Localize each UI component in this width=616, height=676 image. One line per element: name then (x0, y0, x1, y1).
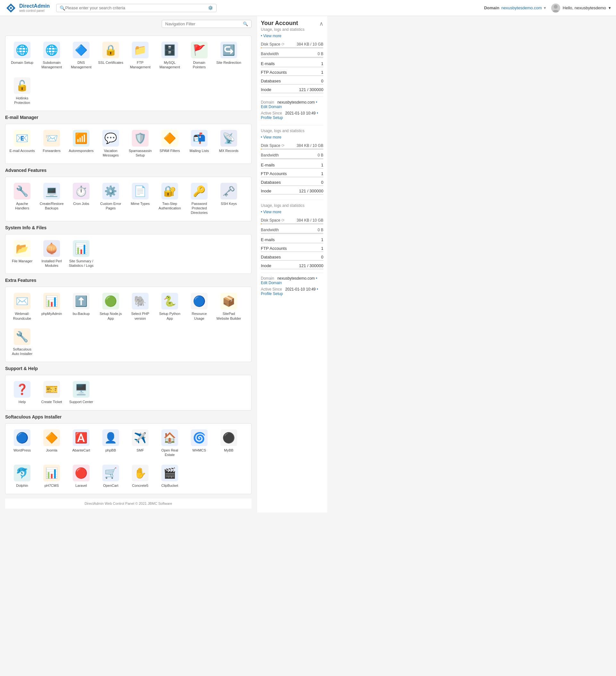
bandwidth-label-3: Bandwidth (261, 228, 279, 232)
icon-item-spamassassin-setup[interactable]: 🛡️ Spamassassin Setup (126, 127, 154, 161)
icon-item-softaculous-auto-installer[interactable]: 🔧 Softaculous Auto Installer (8, 325, 36, 359)
user-dropdown-icon[interactable]: ▾ (609, 5, 611, 10)
icon-item-dolphin[interactable]: 🐬 Dolphin (8, 461, 36, 491)
icon-item-help[interactable]: ❓ Help (8, 378, 36, 407)
icon-box: 🚩 (191, 42, 208, 58)
icon-item-create-ticket[interactable]: 🎫 Create Ticket (38, 378, 66, 407)
icon-label: WordPress (13, 448, 31, 452)
icon-item-custom-error-pages[interactable]: ⚙️ Custom Error Pages (97, 180, 125, 218)
icon-emoji: ↪️ (222, 44, 235, 56)
icon-item-hotlinks-protection[interactable]: 🔓 Hotlinks Protection (8, 74, 36, 108)
icon-item-ssl-certificates[interactable]: 🔒 SSL Certificates (97, 39, 125, 73)
icon-label: Softaculous Auto Installer (9, 347, 35, 356)
header: DirectAdmin web control panel 🔍 ⚙️ Domai… (0, 0, 616, 16)
bandwidth-value-2: 0 B (318, 153, 323, 158)
icon-item-ftp-management[interactable]: 📁 FTP Management (126, 39, 154, 73)
icon-item-createrestore-backups[interactable]: 💻 Create/Restore Backups (38, 180, 66, 218)
icon-item-cron-jobs[interactable]: ⏱️ Cron Jobs (67, 180, 95, 218)
databases-label-3: Databases (261, 255, 281, 260)
svg-point-3 (554, 5, 558, 9)
icon-item-whmcs[interactable]: 🌀 WHMCS (185, 426, 213, 460)
icon-item-concrete5[interactable]: ✋ Concrete5 (126, 461, 154, 491)
icon-item-site-summary--statistics--logs[interactable]: 📊 Site Summary / Statistics / Logs (67, 237, 95, 271)
search-bar[interactable]: 🔍 ⚙️ (56, 4, 216, 12)
icon-item-domain-pointers[interactable]: 🚩 Domain Pointers (185, 39, 213, 73)
icon-item-open-real-estate[interactable]: 🏠 Open Real Estate (156, 426, 184, 460)
icon-item-two-step-authentication[interactable]: 🔐 Two-Step Authentication (156, 180, 184, 218)
icon-item-site-redirection[interactable]: ↪️ Site Redirection (215, 39, 243, 73)
domain-info-label: Domain (261, 100, 276, 105)
icon-emoji: 🔧 (16, 185, 29, 197)
icon-emoji: 🔵 (193, 295, 206, 307)
icon-item-e-mail-accounts[interactable]: 📧 E-mail Accounts (8, 127, 36, 161)
icon-box: 🔧 (14, 328, 31, 345)
icon-label: pH7CMS (45, 483, 59, 488)
icon-item-phpmyadmin[interactable]: 📊 phpMyAdmin (38, 290, 66, 324)
icon-item-smf[interactable]: ✈️ SMF (126, 426, 154, 460)
icon-item-apache-handlers[interactable]: 🔧 Apache Handlers (8, 180, 36, 218)
icon-label: Mailing Lists (190, 149, 209, 153)
icon-item-autoresponders[interactable]: 📶 Autoresponders (67, 127, 95, 161)
icon-box: 📊 (43, 465, 60, 481)
emails-line (261, 67, 323, 67)
icon-label: Create Ticket (41, 400, 62, 404)
icon-item-setup-python-app[interactable]: 🐍 Setup Python App (156, 290, 184, 324)
icon-item-mailing-lists[interactable]: 📬 Mailing Lists (185, 127, 213, 161)
icon-emoji: ⚙️ (104, 185, 117, 197)
icon-box: ⏱️ (73, 183, 90, 200)
icon-item-clipbucket[interactable]: 🎬 ClipBucket (156, 461, 184, 491)
icon-emoji: ⬆️ (75, 295, 88, 307)
icon-box: 🔵 (14, 430, 31, 446)
icon-label: SPAM Filters (159, 149, 180, 153)
collapse-icon[interactable]: ∧ (319, 20, 323, 27)
icon-item-vacation-messages[interactable]: 💬 Vacation Messages (97, 127, 125, 161)
view-more-link[interactable]: • View more (261, 34, 323, 38)
icon-item-mime-types[interactable]: 📄 Mime Types (126, 180, 154, 218)
icon-emoji: 💬 (104, 132, 117, 144)
emails-value-2: 1 (321, 163, 323, 167)
icon-item-dns-management[interactable]: 🔷 DNS Management (67, 39, 95, 73)
icon-item-mx-records[interactable]: 📡 MX Records (215, 127, 243, 161)
icon-emoji: 📂 (16, 242, 29, 255)
nav-filter-bar[interactable]: 🔍 (162, 20, 252, 28)
icon-item-domain-setup[interactable]: 🌐 Domain Setup (8, 39, 36, 73)
icon-item-webmail-roundcube[interactable]: ✉️ Webmail: Roundcube (8, 290, 36, 324)
domain-selector[interactable]: Domain nexusbytesdemo.com ▾ (484, 5, 546, 10)
icon-label: Forwarders (43, 149, 61, 153)
bandwidth-row-2: Bandwidth 0 B (261, 153, 323, 158)
icon-item-installed-perl-modules[interactable]: 🧅 Installed Perl Modules (38, 237, 66, 271)
icon-item-setup-nodejs-app[interactable]: 🟢 Setup Node.js App (97, 290, 125, 324)
icon-emoji: 🔵 (16, 432, 29, 444)
search-input[interactable] (65, 5, 208, 10)
icon-item-bu-backup[interactable]: ⬆️ bu-Backup (67, 290, 95, 324)
icon-item-mybb[interactable]: ⚫ MyBB (215, 426, 243, 460)
icon-item-subdomain-management[interactable]: 🌐 Subdomain Management (38, 39, 66, 73)
view-more-link-2[interactable]: • View more (261, 135, 323, 139)
icon-item-password-protected-directories[interactable]: 🔑 Password Protected Directories (185, 180, 213, 218)
icon-item-ph7cms[interactable]: 📊 pH7CMS (38, 461, 66, 491)
icon-item-file-manager[interactable]: 📂 File Manager (8, 237, 36, 271)
icon-item-select-php-version[interactable]: 🐘 Select PHP version (126, 290, 154, 324)
icon-item-support-center[interactable]: 🖥️ Support Center (67, 378, 95, 407)
icon-item-joomla[interactable]: 🔶 Joomla (38, 426, 66, 460)
header-right: Domain nexusbytesdemo.com ▾ Hello, nexus… (484, 4, 611, 12)
active-since-label: Active Since (261, 111, 284, 115)
view-more-link-3[interactable]: • View more (261, 210, 323, 214)
icon-item-phpbb[interactable]: 👤 phpBB (97, 426, 125, 460)
icon-item-forwarders[interactable]: 📨 Forwarders (38, 127, 66, 161)
icon-item-laravel[interactable]: 🔴 Laravel (67, 461, 95, 491)
databases-line (261, 84, 323, 84)
icon-item-spam-filters[interactable]: 🔶 SPAM Filters (156, 127, 184, 161)
icon-item-ssh-keys[interactable]: 🗝️ SSH Keys (215, 180, 243, 218)
icon-box: 🅰️ (73, 430, 90, 446)
icon-emoji: 🐬 (16, 467, 29, 479)
icon-item-mysql-management[interactable]: 🗄️ MySQL Management (156, 39, 184, 73)
icon-item-abantecart[interactable]: 🅰️ AbanteCart (67, 426, 95, 460)
nav-filter-input[interactable] (165, 21, 243, 26)
icon-item-resource-usage[interactable]: 🔵 Resource Usage (185, 290, 213, 324)
icon-item-sitepad-website-builder[interactable]: 📦 SitePad Website Builder (215, 290, 243, 324)
icon-emoji: 🟢 (104, 295, 117, 307)
icon-item-wordpress[interactable]: 🔵 WordPress (8, 426, 36, 460)
icon-item-opencart[interactable]: 🛒 OpenCart (97, 461, 125, 491)
support-title: Support & Help (5, 366, 252, 372)
